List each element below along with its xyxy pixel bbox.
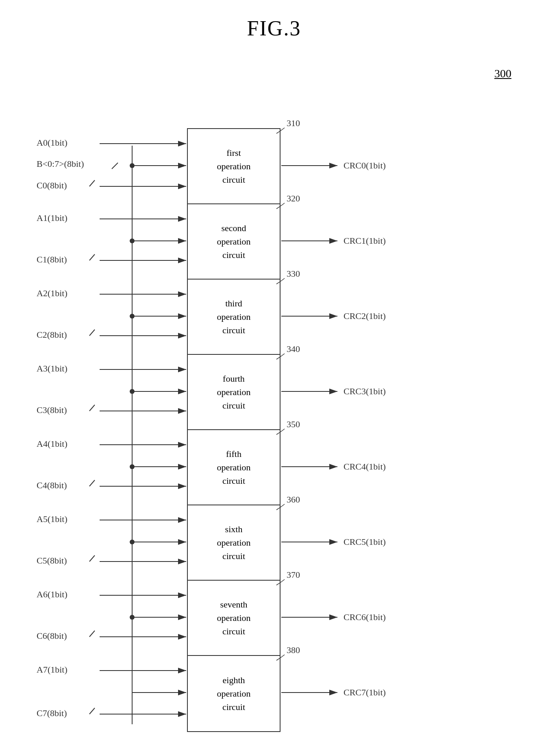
svg-line-23 [89, 180, 95, 186]
svg-line-53 [89, 555, 95, 562]
circuit-label-4: fourthoperationcircuit [217, 372, 250, 412]
svg-line-59 [89, 631, 95, 637]
circuit-label-2: secondoperationcircuit [217, 221, 250, 262]
circuit-cell-1: firstoperationcircuit [188, 129, 280, 204]
svg-text:CRC3(1bit): CRC3(1bit) [344, 386, 386, 396]
svg-text:C6(8bit): C6(8bit) [37, 631, 67, 641]
svg-point-16 [130, 615, 135, 620]
diagram-reference: 300 [494, 67, 511, 80]
svg-line-29 [89, 254, 95, 260]
svg-text:A2(1bit): A2(1bit) [37, 288, 67, 298]
circuit-cell-8: eighthoperationcircuit [188, 656, 280, 731]
svg-line-35 [89, 330, 95, 336]
svg-text:B<0:7>(8bit): B<0:7>(8bit) [37, 159, 84, 169]
svg-text:C2(8bit): C2(8bit) [37, 330, 67, 340]
svg-text:CRC2(1bit): CRC2(1bit) [344, 311, 386, 321]
circuit-cell-2: secondoperationcircuit [188, 204, 280, 280]
svg-text:CRC1(1bit): CRC1(1bit) [344, 236, 386, 246]
svg-text:A5(1bit): A5(1bit) [37, 514, 67, 524]
svg-text:310: 310 [287, 118, 300, 128]
svg-point-13 [130, 389, 135, 394]
circuit-cell-3: thirdoperationcircuit [188, 280, 280, 355]
circuit-cell-4: fourthoperationcircuit [188, 355, 280, 430]
diagram-container: firstoperationcircuit secondoperationcir… [24, 85, 541, 745]
svg-line-47 [89, 480, 95, 486]
svg-text:A3(1bit): A3(1bit) [37, 363, 67, 374]
svg-line-41 [89, 405, 95, 411]
svg-text:C4(8bit): C4(8bit) [37, 480, 67, 490]
circuit-label-7: seventhoperationcircuit [217, 598, 250, 638]
svg-text:A4(1bit): A4(1bit) [37, 439, 67, 449]
svg-text:CRC4(1bit): CRC4(1bit) [344, 461, 386, 472]
svg-text:A6(1bit): A6(1bit) [37, 589, 67, 599]
svg-text:340: 340 [287, 344, 300, 354]
svg-line-65 [89, 708, 95, 714]
svg-text:C5(8bit): C5(8bit) [37, 555, 67, 566]
svg-text:350: 350 [287, 419, 300, 429]
svg-text:CRC7(1bit): CRC7(1bit) [344, 687, 386, 697]
svg-text:C0(8bit): C0(8bit) [37, 180, 67, 190]
svg-text:C7(8bit): C7(8bit) [37, 708, 67, 718]
svg-text:CRC0(1bit): CRC0(1bit) [344, 160, 386, 170]
svg-point-10 [130, 163, 135, 168]
circuit-label-8: eighthoperationcircuit [217, 673, 250, 714]
circuit-cell-7: seventhoperationcircuit [188, 581, 280, 656]
svg-text:380: 380 [287, 645, 300, 655]
svg-point-12 [130, 314, 135, 319]
svg-point-15 [130, 540, 135, 544]
svg-text:360: 360 [287, 494, 300, 505]
figure-title: FIG.3 [0, 0, 548, 40]
svg-text:C1(8bit): C1(8bit) [37, 254, 67, 264]
svg-text:A7(1bit): A7(1bit) [37, 664, 67, 675]
svg-text:CRC5(1bit): CRC5(1bit) [344, 537, 386, 547]
svg-text:A0(1bit): A0(1bit) [37, 138, 67, 148]
circuit-label-5: fifthoperationcircuit [217, 447, 250, 487]
svg-point-11 [130, 238, 135, 243]
circuit-cell-6: sixthoperationcircuit [188, 505, 280, 581]
circuit-cell-5: fifthoperationcircuit [188, 430, 280, 505]
svg-text:330: 330 [287, 269, 300, 279]
circuit-label-1: firstoperationcircuit [217, 146, 250, 186]
svg-text:320: 320 [287, 193, 300, 203]
circuit-label-6: sixthoperationcircuit [217, 522, 250, 563]
svg-text:C3(8bit): C3(8bit) [37, 405, 67, 415]
svg-text:CRC6(1bit): CRC6(1bit) [344, 612, 386, 622]
circuit-label-3: thirdoperationcircuit [217, 297, 250, 337]
svg-text:370: 370 [287, 570, 300, 580]
svg-line-20 [112, 163, 118, 169]
svg-text:A1(1bit): A1(1bit) [37, 213, 67, 223]
svg-point-14 [130, 464, 135, 469]
main-block: firstoperationcircuit secondoperationcir… [187, 128, 281, 732]
